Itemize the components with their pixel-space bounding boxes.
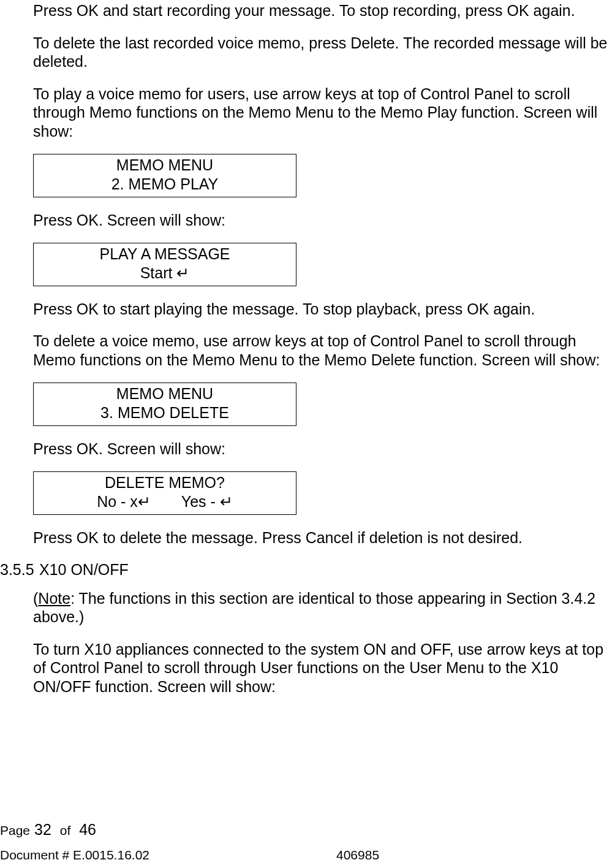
body-area: Press OK and start recording your messag… xyxy=(0,0,615,696)
document-number: Document # E.0015.16.02 xyxy=(0,847,149,863)
lcd-line: MEMO MENU xyxy=(34,156,296,175)
paragraph: To delete the last recorded voice memo, … xyxy=(33,34,610,71)
section-title: X10 ON/OFF xyxy=(39,560,610,579)
paragraph: Press OK. Screen will show: xyxy=(33,440,610,459)
lcd-line: MEMO MENU xyxy=(34,384,296,403)
paragraph: To delete a voice memo, use arrow keys a… xyxy=(33,332,610,369)
lcd-screen-play-message: PLAY A MESSAGE Start ↵ xyxy=(33,243,296,286)
paragraph: Press OK to start playing the message. T… xyxy=(33,300,610,319)
paragraph: To turn X10 appliances connected to the … xyxy=(33,640,610,696)
paragraph-note: (Note: The functions in this section are… xyxy=(33,589,610,626)
lcd-line: DELETE MEMO? xyxy=(34,473,296,492)
page-of: of xyxy=(60,823,71,837)
lcd-line: PLAY A MESSAGE xyxy=(34,245,296,264)
lcd-screen-delete-confirm: DELETE MEMO? No - x↵ Yes - ↵ xyxy=(33,471,296,515)
note-label: Note xyxy=(38,590,70,607)
lcd-option-no: No - x↵ xyxy=(97,492,151,511)
document-id-row: Document # E.0015.16.02 406985 xyxy=(0,847,610,863)
lcd-screen-memo-delete: MEMO MENU 3. MEMO DELETE xyxy=(33,383,296,426)
document-code: 406985 xyxy=(336,847,379,863)
lcd-screen-memo-play: MEMO MENU 2. MEMO PLAY xyxy=(33,154,296,197)
page-label: Page xyxy=(0,823,30,837)
paragraph: Press OK and start recording your messag… xyxy=(33,1,610,20)
section-heading: 3.5.5 X10 ON/OFF xyxy=(0,560,610,579)
note-text: : The functions in this section are iden… xyxy=(33,590,595,626)
section-number: 3.5.5 xyxy=(0,560,39,579)
lcd-line: No - x↵ Yes - ↵ xyxy=(34,492,296,511)
paragraph: To play a voice memo for users, use arro… xyxy=(33,85,610,141)
page: Press OK and start recording your messag… xyxy=(0,0,615,868)
paragraph: Press OK. Screen will show: xyxy=(33,211,610,230)
page-total: 46 xyxy=(79,821,96,838)
lcd-line: 2. MEMO PLAY xyxy=(34,175,296,194)
lcd-option-yes: Yes - ↵ xyxy=(181,492,233,511)
page-current: 32 xyxy=(34,821,51,838)
paragraph: Press OK to delete the message. Press Ca… xyxy=(33,528,610,547)
lcd-line: Start ↵ xyxy=(34,264,296,283)
page-number: Page 32 of 46 xyxy=(0,820,610,839)
page-footer: Page 32 of 46 Document # E.0015.16.02 40… xyxy=(0,820,615,863)
lcd-line: 3. MEMO DELETE xyxy=(34,403,296,422)
